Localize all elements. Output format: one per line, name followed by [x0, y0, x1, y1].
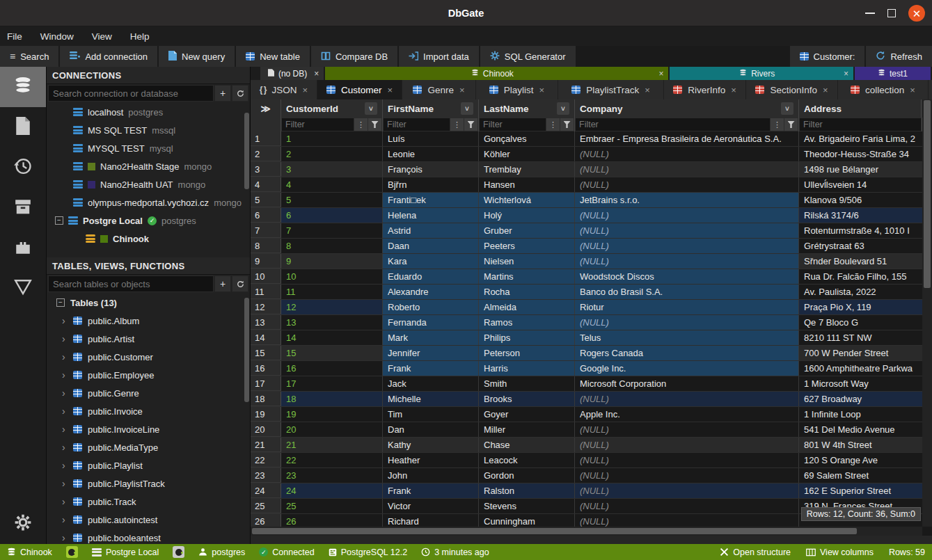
cell-address[interactable]: Rotenturmstraße 4, 1010 I	[799, 223, 932, 238]
tables-scrollbar[interactable]	[244, 298, 249, 402]
cell-address[interactable]: 541 Del Medio Avenue	[799, 422, 932, 437]
cell-lastname[interactable]: Holý	[479, 208, 575, 223]
cell-customerid[interactable]: 18	[281, 392, 383, 406]
cell-company[interactable]: (NULL)	[575, 177, 799, 192]
cell-customerid[interactable]: 2	[281, 147, 383, 161]
cell-address[interactable]: 700 W Pender Street	[799, 346, 932, 360]
cell-firstname[interactable]: Roberto	[383, 300, 479, 314]
row-number[interactable]: 21	[251, 438, 281, 452]
cell-customerid[interactable]: 13	[281, 315, 383, 330]
database-color-chip[interactable]	[66, 546, 78, 558]
row-number[interactable]: 12	[251, 300, 281, 314]
cell-customerid[interactable]: 14	[281, 330, 383, 345]
cell-lastname[interactable]: Cunningham	[479, 514, 575, 527]
minimize-icon[interactable]	[865, 13, 875, 14]
cell-company[interactable]: Telus	[575, 330, 799, 345]
cell-lastname[interactable]: Peeters	[479, 239, 575, 253]
row-number[interactable]: 18	[251, 392, 281, 406]
table-item-publiccustomer[interactable]: ›public.Customer	[47, 348, 250, 366]
row-number[interactable]: 1	[251, 131, 281, 146]
table-item-publicgenre[interactable]: ›public.Genre	[47, 384, 250, 402]
column-dropdown-icon[interactable]: ˅	[781, 102, 793, 115]
cell-company[interactable]: (NULL)	[575, 483, 799, 498]
connection-item-postgrelocal[interactable]: −Postgre Local✓postgres	[47, 211, 250, 230]
cell-company[interactable]: (NULL)	[575, 438, 799, 452]
row-number[interactable]: 4	[251, 177, 281, 192]
statusbar-connection[interactable]: Postgre Local	[92, 547, 159, 557]
cell-address[interactable]: Theodor-Heuss-Straße 34	[799, 147, 932, 161]
row-number[interactable]: 19	[251, 407, 281, 422]
filter-input[interactable]: Filter	[282, 118, 354, 131]
cell-address[interactable]: 120 S Orange Ave	[799, 453, 932, 467]
cell-address[interactable]: 627 Broadway	[799, 392, 932, 406]
cell-lastname[interactable]: Ramos	[479, 315, 575, 330]
close-icon[interactable]: ×	[658, 69, 663, 79]
row-number[interactable]: 9	[251, 254, 281, 269]
cell-address[interactable]: Ullevĺlsveien 14	[799, 177, 932, 192]
expand-all-button[interactable]: ≫	[251, 99, 281, 118]
tab-riverinfo[interactable]: RiverInfo×	[664, 80, 746, 99]
cell-company[interactable]: (NULL)	[575, 239, 799, 253]
cell-lastname[interactable]: Miller	[479, 422, 575, 437]
compare-db-button[interactable]: Compare DB	[311, 46, 397, 67]
row-number[interactable]: 17	[251, 376, 281, 391]
cell-customerid[interactable]: 24	[281, 483, 383, 498]
cell-lastname[interactable]: Peterson	[479, 346, 575, 360]
cell-customerid[interactable]: 25	[281, 499, 383, 513]
cell-firstname[interactable]: Jack	[383, 376, 479, 391]
connection-item-mssqltest[interactable]: MS SQL TESTmssql	[47, 121, 250, 139]
filter-menu-button[interactable]: ⋮	[546, 118, 560, 131]
connection-item-localhost[interactable]: localhostpostgres	[47, 103, 250, 121]
connection-item-nano2healthstage[interactable]: Nano2Health Stagemongo	[47, 157, 250, 175]
table-item-publicalbum[interactable]: ›public.Album	[47, 312, 250, 330]
cell-address[interactable]: 1 Microsoft Way	[799, 376, 932, 391]
cell-lastname[interactable]: Ralston	[479, 483, 575, 498]
cell-company[interactable]: Embraer - Empresa Brasileira de Aeronáut…	[575, 131, 799, 146]
filter-menu-button[interactable]: ⋮	[354, 118, 368, 131]
cell-address[interactable]: 1600 Amphitheatre Parkwa	[799, 361, 932, 376]
cell-lastname[interactable]: Stevens	[479, 499, 575, 513]
row-number[interactable]: 26	[251, 514, 281, 527]
cell-firstname[interactable]: Mark	[383, 330, 479, 345]
cell-address[interactable]: 1 Infinite Loop	[799, 407, 932, 422]
rail-run-item[interactable]	[0, 269, 46, 309]
table-item-publicplaylist[interactable]: ›public.Playlist	[47, 456, 250, 474]
tab-playlisttrack[interactable]: PlaylistTrack×	[558, 80, 664, 99]
cell-customerid[interactable]: 17	[281, 376, 383, 391]
connection-item-nano2healthuat[interactable]: Nano2Health UATmongo	[47, 175, 250, 193]
cell-company[interactable]: (NULL)	[575, 422, 799, 437]
cell-customerid[interactable]: 26	[281, 514, 383, 527]
filter-funnel-button[interactable]	[368, 118, 381, 131]
close-icon[interactable]: ×	[823, 85, 828, 95]
cell-address[interactable]: Klanova 9/506	[799, 193, 932, 207]
refresh-button[interactable]: Refresh	[866, 46, 932, 67]
menu-file[interactable]: File	[7, 31, 22, 42]
close-icon[interactable]: ×	[314, 69, 319, 79]
search-button[interactable]: ≡ Search	[0, 46, 58, 67]
cell-firstname[interactable]: Franti□ek	[383, 193, 479, 207]
cell-address[interactable]: 69 Salem Street	[799, 468, 932, 483]
cell-company[interactable]: (NULL)	[575, 499, 799, 513]
cell-lastname[interactable]: Tremblay	[479, 162, 575, 177]
close-icon[interactable]: ×	[910, 85, 915, 95]
row-number[interactable]: 23	[251, 468, 281, 483]
cell-lastname[interactable]: Harris	[479, 361, 575, 376]
new-table-button[interactable]: New table	[236, 46, 310, 67]
cell-firstname[interactable]: John	[383, 468, 479, 483]
rail-history-item[interactable]	[0, 147, 46, 188]
cell-firstname[interactable]: Richard	[383, 514, 479, 527]
cell-customerid[interactable]: 9	[281, 254, 383, 269]
connections-scrollbar[interactable]	[244, 113, 249, 189]
close-icon[interactable]: ×	[459, 85, 465, 95]
cell-firstname[interactable]: Luís	[383, 131, 479, 146]
add-connection-small-button[interactable]: +	[214, 85, 231, 102]
cell-customerid[interactable]: 3	[281, 162, 383, 177]
database-tab-chinook[interactable]: Chinook×	[325, 67, 668, 80]
row-number[interactable]: 2	[251, 147, 281, 161]
cell-firstname[interactable]: Daan	[383, 239, 479, 253]
cell-firstname[interactable]: Alexandre	[383, 285, 479, 299]
cell-firstname[interactable]: Astrid	[383, 223, 479, 238]
filter-funnel-button[interactable]	[464, 118, 477, 131]
close-icon[interactable]: ×	[645, 85, 650, 95]
cell-lastname[interactable]: Rocha	[479, 285, 575, 299]
